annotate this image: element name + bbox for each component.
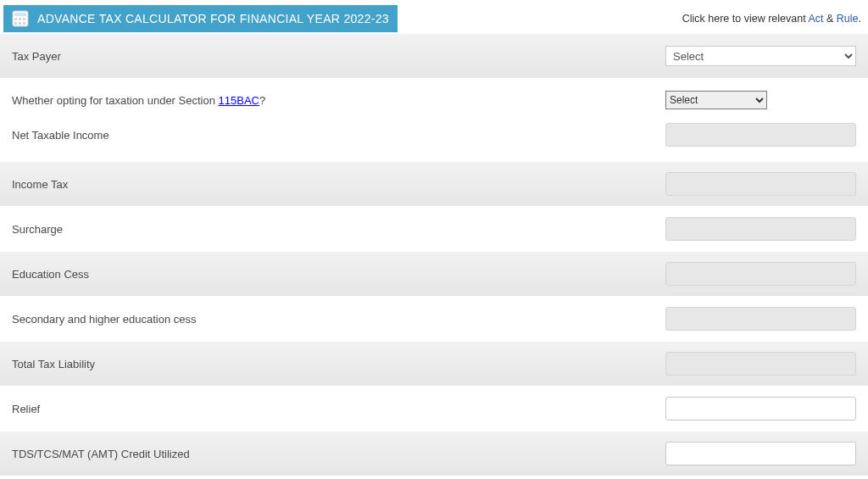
tds-credit-label: TDS/TCS/MAT (AMT) Credit Utilized [12,448,190,460]
section-115bac-select[interactable]: Select [665,91,767,109]
surcharge-row: Surcharge [0,207,868,252]
svg-rect-7 [23,22,25,25]
education-cess-field [665,262,856,286]
svg-rect-3 [19,18,21,20]
title-bar: ADVANCE TAX CALCULATOR FOR FINANCIAL YEA… [3,5,398,32]
net-taxable-income-field [665,123,856,147]
section-and-income: Whether opting for taxation under Sectio… [0,79,868,162]
section-115bac-row: Whether opting for taxation under Sectio… [0,84,868,116]
act-link[interactable]: Act [808,13,823,25]
total-tax-liability-row: Total Tax Liability [0,342,868,387]
svg-rect-1 [14,13,26,16]
amp-text: & [824,13,837,25]
total-tax-liability-field [665,352,856,376]
rule-link[interactable]: Rule [837,13,859,25]
tax-payer-select[interactable]: Select [665,46,856,66]
section-115bac-link[interactable]: 115BAC [219,94,259,107]
calculator-icon [12,10,29,27]
total-tax-liability-label: Total Tax Liability [12,358,95,370]
section-115bac-label: Whether opting for taxation under Sectio… [12,94,265,107]
tax-payer-label: Tax Payer [12,50,61,63]
tds-credit-input[interactable] [665,442,856,465]
income-tax-row: Income Tax [0,162,868,207]
secondary-cess-row: Secondary and higher education cess [0,297,868,342]
top-bar: ADVANCE TAX CALCULATOR FOR FINANCIAL YEA… [0,0,868,34]
net-taxable-income-label: Net Taxable Income [12,129,109,142]
period-text: . [859,13,861,25]
surcharge-field [665,217,856,241]
relevant-prefix: Click here to view relevant [682,13,809,25]
svg-rect-5 [14,22,17,25]
tax-payer-row: Tax Payer Select [0,34,868,79]
education-cess-label: Education Cess [12,268,89,281]
education-cess-row: Education Cess [0,252,868,297]
page-title: ADVANCE TAX CALCULATOR FOR FINANCIAL YEA… [37,12,389,25]
svg-rect-4 [23,18,25,20]
tds-credit-row: TDS/TCS/MAT (AMT) Credit Utilized [0,432,868,476]
income-tax-label: Income Tax [12,178,68,191]
relief-row: Relief [0,387,868,432]
relevant-links: Click here to view relevant Act & Rule. [682,13,861,25]
income-tax-field [665,172,856,196]
relief-input[interactable] [665,397,856,421]
svg-rect-6 [19,22,21,25]
relief-label: Relief [12,403,40,415]
section-115bac-suffix: ? [259,94,265,107]
section-115bac-prefix: Whether opting for taxation under Sectio… [12,94,219,107]
surcharge-label: Surcharge [12,223,63,236]
net-taxable-income-row: Net Taxable Income [0,116,868,153]
secondary-cess-field [665,307,856,331]
secondary-cess-label: Secondary and higher education cess [12,313,197,326]
svg-rect-2 [14,18,17,20]
